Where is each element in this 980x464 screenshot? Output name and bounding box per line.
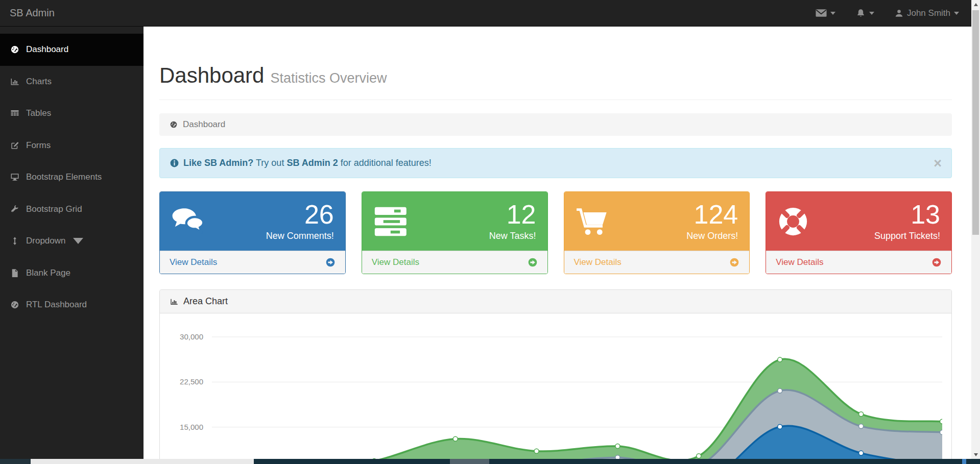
svg-text:15,000: 15,000: [180, 423, 203, 431]
taskbar-segment: [450, 459, 489, 464]
alerts-dropdown[interactable]: [856, 8, 874, 18]
stat-count: 26: [266, 202, 334, 227]
alert-close-button[interactable]: ×: [934, 159, 942, 168]
messages-dropdown[interactable]: [816, 9, 835, 17]
user-icon: [895, 9, 903, 18]
area-chart: 30,00022,50015,000: [160, 313, 951, 462]
sidebar-item-label: Bootstrap Grid: [26, 204, 82, 214]
scrollbar[interactable]: [971, 0, 980, 459]
sidebar-item-label: RTL Dashboard: [26, 300, 87, 310]
taskbar-segment: [489, 459, 962, 464]
alert-text: Like SB Admin? Try out SB Admin 2 for ad…: [183, 158, 432, 168]
arrow-circle-right-icon: [729, 257, 739, 267]
stat-panel-support-tickets: 13Support Tickets!View Details: [766, 191, 952, 274]
top-navbar: SB Admin John Smith: [0, 0, 971, 27]
page-header: DashboardStatistics Overview: [159, 64, 952, 100]
info-circle-icon: [170, 158, 179, 168]
dashboard-icon: [10, 45, 20, 54]
bell-icon: [856, 8, 866, 18]
sidebar: DashboardChartsTablesFormsBootstrap Elem…: [0, 27, 144, 464]
taskbar-segment: [966, 459, 980, 464]
page-title: Dashboard: [159, 63, 264, 87]
caret-down-icon: [830, 12, 835, 15]
view-details-link[interactable]: View Details: [160, 251, 345, 274]
file-icon: [10, 268, 20, 278]
caret-down-icon: [869, 12, 874, 15]
stat-panel-heading: 26New Comments!: [160, 192, 345, 251]
envelope-icon: [816, 9, 827, 17]
bar-chart-icon: [10, 77, 20, 86]
sidebar-item-label: Tables: [26, 108, 51, 118]
arrows-v-icon: [10, 236, 20, 246]
sidebar-item-label: Bootstrap Elements: [26, 172, 102, 182]
dashboard-icon: [169, 120, 178, 129]
view-details-label: View Details: [372, 257, 419, 267]
dashboard-icon: [10, 300, 20, 309]
taskbar-segment: [0, 459, 31, 464]
stat-label: Support Tickets!: [874, 231, 940, 241]
brand-link[interactable]: SB Admin: [0, 7, 55, 19]
taskbar-segment: [31, 459, 254, 464]
view-details-label: View Details: [574, 257, 622, 267]
svg-text:22,500: 22,500: [180, 377, 203, 386]
svg-text:30,000: 30,000: [180, 332, 203, 341]
bar-chart-icon: [170, 298, 179, 306]
sidebar-item-label: Blank Page: [26, 268, 70, 278]
stat-panel-heading: 12New Tasks!: [362, 192, 547, 251]
user-dropdown[interactable]: John Smith: [895, 8, 959, 18]
stat-count: 13: [874, 202, 940, 227]
breadcrumb: Dashboard: [159, 113, 952, 136]
breadcrumb-item-dashboard: Dashboard: [183, 119, 225, 130]
stat-count: 124: [686, 202, 738, 227]
table-icon: [10, 109, 20, 118]
scrollbar-thumb[interactable]: [972, 10, 979, 235]
up-triangle-icon: [974, 3, 978, 6]
page-subtitle: Statistics Overview: [270, 70, 387, 86]
stat-label: New Comments!: [266, 231, 334, 241]
user-name: John Smith: [907, 8, 950, 18]
arrow-circle-right-icon: [325, 257, 336, 267]
sidebar-item-dropdown[interactable]: Dropdown: [0, 225, 144, 257]
arrow-circle-right-icon: [931, 257, 942, 267]
taskbar-segment: [962, 459, 966, 464]
stat-count: 12: [489, 202, 536, 227]
desktop-icon: [10, 173, 20, 182]
sidebar-item-bootstrap-grid[interactable]: Bootstrap Grid: [0, 193, 144, 226]
comments-icon: [171, 206, 205, 237]
sidebar-item-rtl-dashboard[interactable]: RTL Dashboard: [0, 289, 144, 321]
view-details-link[interactable]: View Details: [362, 251, 547, 274]
sidebar-item-label: Charts: [26, 77, 52, 87]
edit-icon: [10, 141, 20, 150]
stat-panel-heading: 124New Orders!: [564, 192, 750, 251]
scrollbar-up-arrow[interactable]: [971, 0, 980, 9]
sidebar-item-label: Dashboard: [26, 44, 68, 55]
stats-row: 26New Comments!View Details12New Tasks!V…: [159, 191, 952, 274]
view-details-link[interactable]: View Details: [564, 251, 750, 274]
sidebar-item-label: Forms: [26, 140, 51, 151]
area-chart-title: Area Chart: [183, 296, 228, 307]
sidebar-nav: DashboardChartsTablesFormsBootstrap Elem…: [0, 34, 144, 321]
stat-label: New Orders!: [686, 231, 738, 241]
arrow-circle-right-icon: [528, 257, 538, 267]
main-content: DashboardStatistics Overview Dashboard L…: [144, 27, 971, 464]
sidebar-item-label: Dropdown: [26, 236, 66, 246]
scrollbar-down-arrow[interactable]: [971, 450, 980, 459]
life-ring-icon: [777, 206, 809, 237]
info-alert: Like SB Admin? Try out SB Admin 2 for ad…: [159, 148, 952, 178]
area-chart-panel: Area Chart 30,00022,50015,000: [159, 289, 952, 464]
view-details-link[interactable]: View Details: [766, 251, 951, 274]
view-details-label: View Details: [776, 257, 823, 267]
taskbar-segment: [254, 459, 450, 464]
sidebar-item-forms[interactable]: Forms: [0, 130, 144, 162]
view-details-label: View Details: [170, 257, 217, 267]
tasks-icon: [373, 206, 408, 237]
sidebar-item-dashboard[interactable]: Dashboard: [0, 34, 144, 66]
stat-panel-new-tasks: 12New Tasks!View Details: [362, 191, 548, 274]
taskbar-strip: [0, 459, 980, 464]
sidebar-item-charts[interactable]: Charts: [0, 66, 144, 98]
sidebar-item-bootstrap-elements[interactable]: Bootstrap Elements: [0, 161, 144, 193]
caret-down-icon: [73, 236, 83, 246]
sidebar-item-blank-page[interactable]: Blank Page: [0, 257, 144, 289]
sidebar-item-tables[interactable]: Tables: [0, 97, 144, 130]
stat-panel-new-orders: 124New Orders!View Details: [564, 191, 750, 274]
